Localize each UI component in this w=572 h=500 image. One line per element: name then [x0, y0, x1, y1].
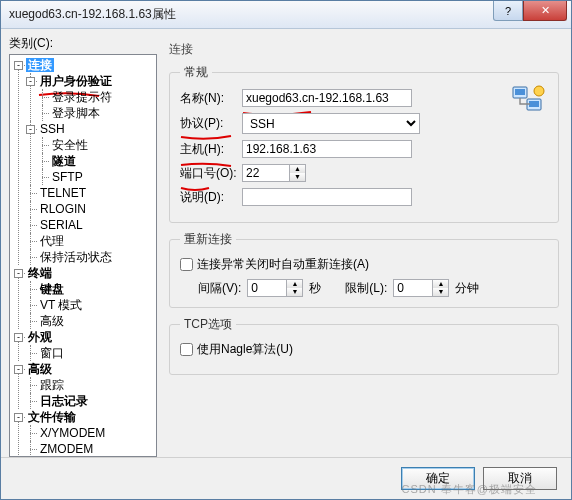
svg-rect-1 — [515, 89, 525, 95]
desc-label: 说明(D): — [180, 189, 242, 206]
desc-input[interactable] — [242, 188, 412, 206]
auto-reconnect-label: 连接异常关闭时自动重新连接(A) — [197, 256, 369, 273]
interval-spinner[interactable]: ▲▼ — [247, 279, 303, 297]
tree-appearance[interactable]: 外观 — [26, 330, 54, 344]
tcp-group: TCP选项 使用Nagle算法(U) — [169, 316, 559, 375]
protocol-label: 协议(P): — [180, 115, 242, 132]
name-label: 名称(N): — [180, 90, 242, 107]
svg-point-4 — [534, 86, 544, 96]
tree-xymodem[interactable]: X/YMODEM — [38, 426, 107, 440]
window-title: xuegod63.cn-192.168.1.63属性 — [9, 6, 176, 23]
spin-up-icon[interactable]: ▲ — [290, 165, 305, 173]
expand-icon[interactable]: - — [14, 61, 23, 70]
tree-trace[interactable]: 跟踪 — [38, 378, 66, 392]
tree-script[interactable]: 登录脚本 — [50, 106, 102, 120]
limit-label: 限制(L): — [345, 280, 387, 297]
network-icon — [511, 83, 545, 117]
tree-rlogin[interactable]: RLOGIN — [38, 202, 88, 216]
spin-up-icon[interactable]: ▲ — [433, 280, 448, 288]
tree-keyboard[interactable]: 键盘 — [38, 282, 66, 296]
watermark: CSDN 奉牛客@极端安全 — [402, 482, 537, 497]
tree-telnet[interactable]: TELNET — [38, 186, 88, 200]
titlebar-buttons: ? ✕ — [493, 1, 571, 21]
properties-dialog: xuegod63.cn-192.168.1.63属性 ? ✕ 类别(C): -连… — [0, 0, 572, 500]
spin-down-icon[interactable]: ▼ — [433, 288, 448, 296]
expand-icon[interactable]: - — [14, 269, 23, 278]
protocol-select[interactable]: SSH — [242, 113, 420, 134]
port-label: 端口号(O): — [180, 165, 242, 182]
expand-icon[interactable]: - — [14, 365, 23, 374]
tree-serial[interactable]: SERIAL — [38, 218, 85, 232]
tree-sftp[interactable]: SFTP — [50, 170, 85, 184]
tree-keepalive[interactable]: 保持活动状态 — [38, 250, 114, 264]
tree-prompt[interactable]: 登录提示符 — [50, 90, 114, 104]
tree-security[interactable]: 安全性 — [50, 138, 90, 152]
settings-panel: 连接 常规 名称(N): 协议(P): SSH 主机(H): — [165, 35, 563, 457]
help-button[interactable]: ? — [493, 1, 523, 21]
tree-vt[interactable]: VT 模式 — [38, 298, 84, 312]
expand-icon[interactable]: - — [26, 77, 35, 86]
limit-input[interactable] — [393, 279, 433, 297]
port-input[interactable] — [242, 164, 290, 182]
spin-down-icon[interactable]: ▼ — [290, 173, 305, 181]
sec-label: 秒 — [309, 280, 321, 297]
host-label: 主机(H): — [180, 141, 242, 158]
spin-down-icon[interactable]: ▼ — [287, 288, 302, 296]
spin-up-icon[interactable]: ▲ — [287, 280, 302, 288]
panel-heading: 连接 — [169, 41, 559, 58]
category-label: 类别(C): — [9, 35, 157, 52]
category-tree[interactable]: -连接 -用户身份验证 登录提示符 登录脚本 -SSH — [9, 54, 157, 457]
reconnect-legend: 重新连接 — [180, 231, 236, 248]
svg-rect-3 — [529, 101, 539, 107]
expand-icon[interactable]: - — [14, 333, 23, 342]
reconnect-group: 重新连接 连接异常关闭时自动重新连接(A) 间隔(V): ▲▼ 秒 限制(L):… — [169, 231, 559, 308]
tree-proxy[interactable]: 代理 — [38, 234, 66, 248]
tree-advanced2[interactable]: 高级 — [26, 362, 54, 376]
interval-label: 间隔(V): — [198, 280, 241, 297]
tree-terminal[interactable]: 终端 — [26, 266, 54, 280]
tree-advanced1[interactable]: 高级 — [38, 314, 66, 328]
port-spinner[interactable]: ▲▼ — [242, 164, 306, 182]
general-group: 常规 名称(N): 协议(P): SSH 主机(H): — [169, 64, 559, 223]
general-legend: 常规 — [180, 64, 212, 81]
expand-icon[interactable]: - — [14, 413, 23, 422]
expand-icon[interactable]: - — [26, 125, 35, 134]
limit-spinner[interactable]: ▲▼ — [393, 279, 449, 297]
tree-log[interactable]: 日志记录 — [38, 394, 90, 408]
name-input[interactable] — [242, 89, 412, 107]
close-button[interactable]: ✕ — [523, 1, 567, 21]
tree-tunnel[interactable]: 隧道 — [50, 154, 78, 168]
tree-ssh[interactable]: SSH — [38, 122, 67, 136]
tree-window[interactable]: 窗口 — [38, 346, 66, 360]
host-input[interactable] — [242, 140, 412, 158]
tcp-legend: TCP选项 — [180, 316, 236, 333]
tree-auth[interactable]: 用户身份验证 — [38, 74, 114, 88]
nagle-checkbox[interactable] — [180, 343, 193, 356]
titlebar: xuegod63.cn-192.168.1.63属性 ? ✕ — [1, 1, 571, 29]
interval-input[interactable] — [247, 279, 287, 297]
tree-filetransfer[interactable]: 文件传输 — [26, 410, 78, 424]
min-label: 分钟 — [455, 280, 479, 297]
tree-connection[interactable]: 连接 — [26, 58, 54, 72]
auto-reconnect-checkbox[interactable] — [180, 258, 193, 271]
nagle-label: 使用Nagle算法(U) — [197, 341, 293, 358]
tree-zmodem[interactable]: ZMODEM — [38, 442, 95, 456]
